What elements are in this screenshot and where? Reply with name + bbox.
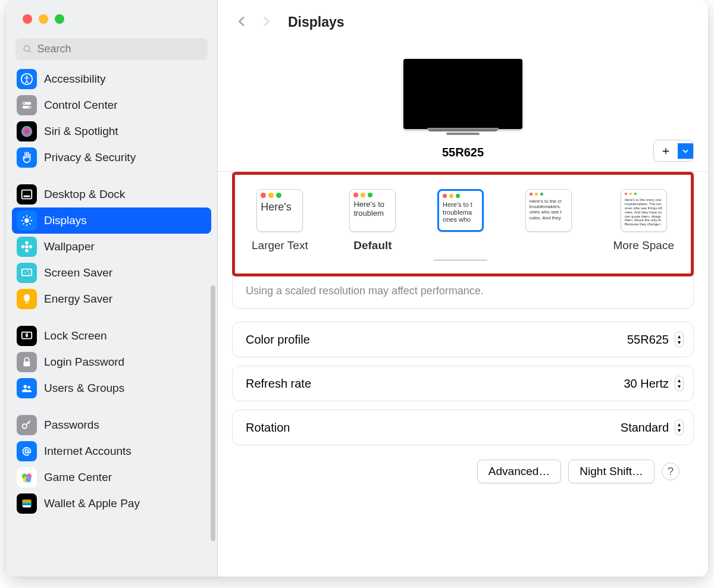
svg-point-8 [21,126,32,137]
svg-rect-43 [23,502,32,504]
main-content: Displays 55R625 ＋ Here'sLarger TextHere'… [218,0,708,577]
svg-point-21 [25,241,29,245]
sidebar-list: AccessibilityControl CenterSiri & Spotli… [6,66,217,529]
help-button[interactable]: ? [662,463,679,480]
display-name: 55R625 [442,146,484,159]
sidebar-item-label: Users & Groups [44,382,124,395]
window-traffic-lights [6,0,217,24]
svg-line-19 [30,217,31,218]
advanced-button[interactable]: Advanced… [477,460,562,483]
window-zoom-button[interactable] [55,14,64,24]
sidebar-item-game-center[interactable]: Game Center [12,464,211,490]
svg-rect-44 [23,504,32,505]
rotation-value: Standard [621,421,669,435]
stepper-icon[interactable]: ▴▾ [675,376,684,391]
plus-icon: ＋ [654,140,678,161]
svg-point-24 [29,245,32,249]
stepper-icon[interactable]: ▴▾ [675,420,684,435]
sidebar-item-label: Siri & Spotlight [44,125,118,138]
system-settings-window: AccessibilityControl CenterSiri & Spotli… [6,0,708,577]
sidebar-item-label: Displays [44,214,87,227]
sidebar-item-accessibility[interactable]: Accessibility [12,66,211,92]
svg-point-11 [24,218,29,222]
svg-line-16 [23,217,24,218]
padlock-icon [17,352,37,372]
refresh-rate-value: 30 Hertz [624,377,669,391]
refresh-rate-row[interactable]: Refresh rate 30 Hertz ▴▾ [232,366,694,401]
add-display-button[interactable]: ＋ [653,140,694,162]
sidebar-item-label: Desktop & Dock [44,188,125,201]
svg-line-1 [29,51,30,52]
window-close-button[interactable] [23,14,32,24]
resolution-thumbnail: Here's to t troublema ones who [437,189,484,232]
display-preview: 55R625 ＋ [232,41,694,171]
nav-forward-button[interactable] [259,15,273,30]
sidebar-item-label: Passwords [44,419,99,432]
sidebar-item-screen-saver[interactable]: Screen Saver [12,260,211,286]
svg-rect-29 [25,303,29,304]
resolution-thumbnail: Here's [256,189,303,232]
svg-point-27 [27,271,29,272]
svg-point-40 [26,477,31,482]
search-field[interactable] [15,38,208,60]
resolution-options-highlight: Here'sLarger TextHere's to troublemDefau… [232,172,694,276]
resolution-option[interactable]: Here's to the cr troublemakers. ones who… [525,189,572,252]
night-shift-button[interactable]: Night Shift… [568,460,654,483]
svg-rect-32 [24,361,30,366]
svg-point-20 [25,245,29,249]
sidebar-item-siri-spotlight[interactable]: Siri & Spotlight [12,118,211,144]
sidebar-item-label: Game Center [44,471,112,484]
siri-icon [17,121,37,142]
color-profile-row[interactable]: Color profile 55R625 ▴▾ [232,322,694,357]
sidebar-item-internet-accounts[interactable]: Internet Accounts [12,438,211,464]
sidebar-item-label: Internet Accounts [44,445,131,458]
flower-icon [17,237,37,257]
sidebar-item-login-password[interactable]: Login Password [12,349,211,375]
color-profile-value: 55R625 [627,333,669,347]
sidebar-item-control-center[interactable]: Control Center [12,92,211,118]
resolution-option[interactable]: Here's to the crazy one troublemakers. T… [613,189,674,252]
toggles-icon [17,95,37,115]
svg-point-35 [23,424,27,428]
search-input[interactable] [37,43,201,55]
svg-line-17 [30,224,31,225]
bulb-icon [17,289,37,309]
sidebar-item-wallpaper[interactable]: Wallpaper [12,234,211,260]
stepper-icon[interactable]: ▴▾ [675,332,684,347]
at-icon [17,441,37,461]
sidebar-scrollbar-thumb[interactable] [211,285,215,541]
accessibility-icon [17,69,37,89]
sidebar-item-users-groups[interactable]: Users & Groups [12,375,211,401]
chevron-down-icon [678,143,693,159]
window-minimize-button[interactable] [39,14,48,24]
sidebar-item-label: Login Password [44,356,124,369]
rotation-row[interactable]: Rotation Standard ▴▾ [232,410,694,445]
sidebar-item-desktop-dock[interactable]: Desktop & Dock [12,181,211,207]
nav-back-button[interactable] [236,15,249,30]
sidebar-item-privacy-security[interactable]: Privacy & Security [12,144,211,171]
resolution-panel: Here'sLarger TextHere's to troublemDefau… [232,172,694,309]
sidebar-item-displays[interactable]: Displays [12,207,211,234]
resolution-thumbnail: Here's to the crazy one troublemakers. T… [621,189,667,232]
resolution-option[interactable]: Here's to troublemDefault [349,189,396,252]
sidebar-item-label: Privacy & Security [44,151,136,164]
svg-rect-42 [23,500,32,502]
resolution-option[interactable]: Here'sLarger Text [252,189,308,252]
svg-point-0 [24,45,30,51]
display-thumbnail[interactable] [403,59,522,129]
svg-point-34 [27,386,30,389]
sidebar-item-energy-saver[interactable]: Energy Saver [12,286,211,312]
sidebar-item-label: Lock Screen [44,329,107,342]
svg-point-33 [24,385,27,389]
sidebar-item-wallet-apple-pay[interactable]: Wallet & Apple Pay [12,490,211,517]
resolution-option-label: Larger Text [252,239,308,252]
refresh-rate-label: Refresh rate [246,377,311,391]
wallet-icon [17,493,37,514]
svg-point-23 [21,245,25,249]
users-icon [17,378,37,398]
resolution-option[interactable]: Here's to t troublema ones who [437,189,484,252]
svg-point-26 [24,272,26,273]
sidebar-item-lock-screen[interactable]: Lock Screen [12,323,211,349]
svg-point-3 [26,76,28,77]
sidebar-item-passwords[interactable]: Passwords [12,412,211,438]
